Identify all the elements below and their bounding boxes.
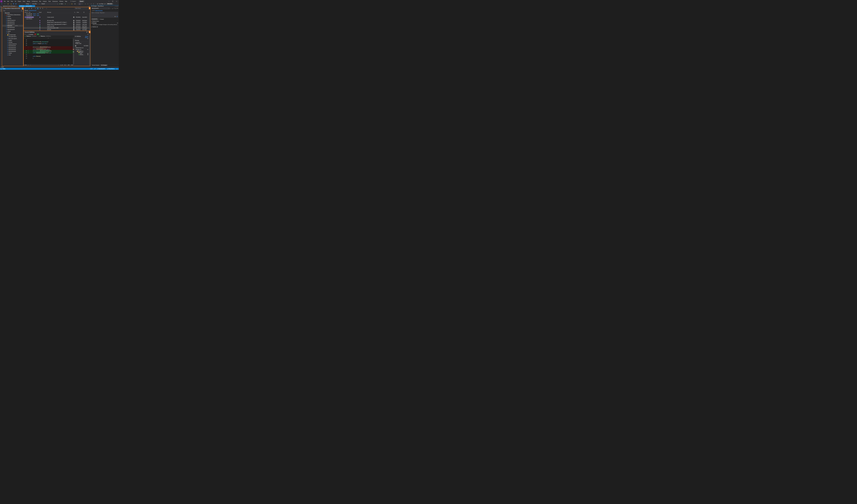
history-view-1-button[interactable] — [28, 7, 30, 10]
col-date[interactable]: Date — [77, 12, 83, 13]
chevron-down-icon[interactable]: ▾ — [88, 6, 89, 7]
branch-filter-input[interactable]: Filter — [3, 10, 23, 12]
amend-checkbox[interactable]: Amend — [99, 18, 104, 20]
history-scrollbar[interactable] — [89, 13, 90, 31]
tree-row[interactable]: misc — [2, 32, 23, 34]
gear-icon[interactable] — [87, 34, 88, 35]
menu-build[interactable]: Build — [22, 0, 26, 2]
tree-row[interactable]: featurebranch3 — [2, 47, 23, 49]
col-author[interactable]: A… — [74, 12, 77, 13]
nav-combo-left[interactable] — [24, 37, 49, 39]
code-line[interactable]: 44 { — [24, 57, 73, 59]
title-search[interactable]: Search ▾ — [70, 1, 76, 2]
menu-tools[interactable]: Tools — [48, 0, 52, 2]
refresh-button[interactable] — [24, 7, 26, 10]
menu-project[interactable]: Project — [17, 0, 22, 2]
file-node[interactable]: Enums.… — [80, 54, 85, 55]
tree-row[interactable]: featurebranch4 — [2, 27, 23, 29]
more-icon[interactable]: ••• — [87, 38, 88, 39]
browse-button[interactable] — [71, 3, 73, 5]
start-debug-button[interactable]: Start ▾ — [59, 3, 64, 5]
code-line[interactable]: 41+ public ResizeModeNew Mode { get — [24, 52, 73, 53]
code-line[interactable]: - [DefaultValue(ResizeMode.Resize — [24, 46, 73, 48]
col-message[interactable]: Message — [47, 12, 74, 13]
start-no-debug-button[interactable] — [65, 3, 67, 5]
tab-solution-explorer[interactable]: Solution Explorer — [91, 65, 100, 66]
menu-analyze[interactable]: Analyze — [42, 0, 48, 2]
comment-button[interactable] — [81, 3, 83, 5]
view-all-commits-link[interactable]: View all commits — [95, 10, 102, 11]
code-line[interactable]: 42 — [24, 53, 73, 55]
indent-inc-button[interactable] — [87, 3, 89, 5]
code-line[interactable]: - public ResizeMode Mode { get; s — [24, 48, 73, 50]
commit-row[interactable]: ▾ Outgoing (1) Push | Sync — [24, 15, 89, 16]
commit-row[interactable]: Merge branch 'featurebranch3' of https:/… — [24, 23, 89, 25]
col-graph[interactable]: Graph — [39, 12, 47, 13]
hash-icon[interactable] — [115, 16, 115, 17]
branch-picker-header[interactable]: ShareXDemo (featurebranch3) ▾ — [2, 7, 23, 10]
redo-button[interactable] — [21, 3, 23, 5]
commit-row[interactable]: #15 #347/18/2023…0427f655 — [24, 29, 89, 31]
close-icon[interactable] — [33, 6, 34, 7]
tag-button[interactable] — [42, 7, 44, 10]
pull-icon[interactable] — [112, 8, 113, 9]
new-item-button[interactable] — [7, 3, 9, 5]
code-line[interactable]: 40+ [DefaultValue(ResizeModeNew.Res — [24, 50, 73, 52]
tree-row[interactable]: develop — [2, 41, 23, 43]
tree-row[interactable]: featurebranch1 — [2, 21, 23, 23]
tab-git-changes[interactable]: Git Changes — [100, 65, 107, 66]
commit-message-input[interactable]: Enter a message <Required> | — [91, 12, 118, 18]
close-icon[interactable] — [117, 6, 118, 7]
col-branch[interactable]: Branch / Tag — [25, 12, 39, 13]
tree-row[interactable]: featurebranch4 — [2, 49, 23, 50]
commit-row[interactable]: ▾ Local History — [24, 18, 89, 20]
live-share-label[interactable]: Live Share — [99, 3, 103, 4]
commit-all-button[interactable]: Commit All ▾ — [91, 18, 98, 20]
changes-section[interactable]: ▾ Changes ••• — [90, 22, 119, 24]
status-ahead-behind[interactable]: ↑ 1 / 0 — [89, 68, 93, 69]
code-line[interactable]: 43 public Resize() — [24, 55, 73, 57]
tree-row[interactable]: 29-vs-live-specifi… — [2, 38, 23, 39]
config-combo[interactable]: Debug — [26, 3, 32, 5]
tree-row[interactable]: featurebranch5 — [2, 50, 23, 52]
menu-view[interactable]: View — [10, 0, 14, 2]
push-icon[interactable] — [114, 8, 115, 9]
save-all-button[interactable] — [15, 3, 17, 5]
code-line[interactable]: 39 — [24, 45, 73, 46]
nav-combo-right[interactable] — [49, 37, 74, 39]
stashes-section[interactable]: ▸ Stashes (2) — [90, 26, 119, 28]
menu-edit[interactable]: Edit — [6, 0, 10, 2]
branch-combo[interactable]: featurebranch3 — [91, 7, 110, 10]
output-tab[interactable]: Output — [1, 67, 4, 68]
commit-row[interactable]: Add fix for #105/10/2023…8a57fb26 — [24, 25, 89, 27]
tree-row[interactable]: ▾📁 remotes/origin — [2, 34, 23, 36]
diff-code-lines[interactable]: 3637 [DefaultValue(0), Description("38 p… — [24, 39, 73, 64]
tree-row[interactable]: featurebranch5 — [2, 29, 23, 30]
hide-button[interactable] — [46, 7, 48, 10]
sidebar-scrollbar[interactable] — [89, 35, 90, 66]
tree-row[interactable]: 16-update-the-h… — [2, 36, 23, 38]
changes-header[interactable]: Changes (2) — [75, 49, 81, 50]
status-pending-edits[interactable]: 0 — [93, 68, 96, 69]
code-scrollbar[interactable] — [73, 39, 74, 64]
commit-row[interactable]: Merge branch 'featurebranch3' of https:/… — [24, 21, 89, 23]
menu-file[interactable]: File — [3, 0, 6, 2]
sync-icon[interactable] — [115, 8, 117, 9]
code-line[interactable]: 38 public int Height { get; set; } — [24, 43, 73, 45]
feedback-button[interactable] — [104, 3, 106, 5]
indent-dec-button[interactable] — [85, 3, 87, 5]
pin-icon[interactable] — [116, 6, 117, 7]
image-button[interactable] — [74, 3, 76, 5]
bookmark-button[interactable] — [90, 3, 92, 5]
open-button[interactable] — [10, 3, 12, 5]
data-sources-tab[interactable]: Data Sources — [0, 5, 2, 66]
tree-row[interactable]: bugfix1 — [2, 39, 23, 41]
forward-button[interactable] — [4, 3, 6, 5]
menu-help[interactable]: Help — [64, 0, 68, 2]
tree-row[interactable]: ▾◆ ShareXDemo (featurebranc… — [2, 14, 23, 16]
tab-app-instance-manager[interactable]: ApplicationInstanceManager.cs — [2, 5, 19, 7]
menu-debug[interactable]: Debug — [26, 0, 31, 2]
tree-row[interactable]: master — [2, 30, 23, 32]
hot-reload-button[interactable] — [67, 3, 69, 5]
status-solution[interactable]: ShareXDemo ▾ — [106, 68, 116, 69]
